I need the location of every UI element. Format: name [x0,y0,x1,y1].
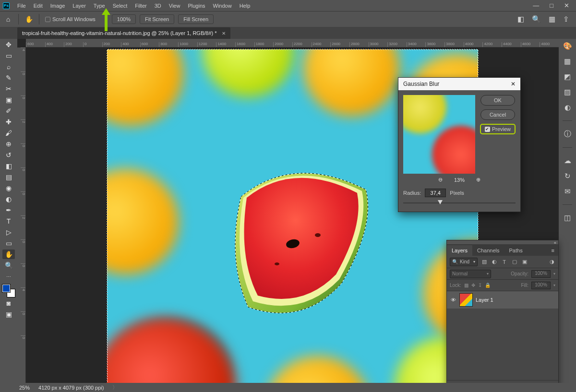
gaussian-blur-dialog[interactable]: Gaussian Blur ✕ OK Cancel ✔ Preview ⊖ 13… [398,77,521,212]
close-tab-icon[interactable]: ✕ [222,31,226,36]
brush-tool-icon[interactable]: 🖌 [2,128,15,138]
edit-toolbar-icon[interactable]: ⋯ [2,272,15,281]
menu-image[interactable]: Image [47,1,69,10]
menu-view[interactable]: View [165,1,184,10]
swatches-panel-icon[interactable]: ▦ [564,57,571,66]
layers-panel[interactable]: « Layers Channels Paths ≡ 🔍Kind ▧ ◐ T ▢ … [446,240,559,392]
layer-name[interactable]: Layer 1 [476,297,493,303]
quick-mask-icon[interactable]: ◙ [2,298,15,308]
frame-tool-icon[interactable]: ▣ [2,95,15,105]
status-more-icon[interactable]: 〉 [112,384,118,391]
hand-tool-icon-palette[interactable]: ✋ [2,249,15,259]
search-icon[interactable]: 🔍 [532,15,541,24]
layers-panel-icon[interactable]: ◫ [564,214,571,222]
screen-mode-icon[interactable]: ▣ [2,309,15,319]
workspace-icon[interactable]: ▦ [549,15,555,24]
dodge-tool-icon[interactable]: ◐ [2,194,15,204]
properties-panel-icon[interactable]: ⓘ [564,130,571,139]
filter-shape-icon[interactable]: ▢ [511,258,518,265]
path-select-tool-icon[interactable]: ▷ [2,227,15,237]
filter-toggle-icon[interactable]: ◑ [548,258,555,265]
history-panel-icon[interactable]: ↻ [564,172,571,180]
menu-file[interactable]: File [13,1,30,10]
zoom-out-icon[interactable]: ⊖ [438,177,443,183]
history-brush-tool-icon[interactable]: ↺ [2,150,15,160]
quick-select-tool-icon[interactable]: ✎ [2,73,15,83]
lock-artboard-icon[interactable]: ↧ [478,283,482,288]
status-dims[interactable]: 4120 px x 4079 px (300 ppi) [38,385,104,391]
type-tool-icon[interactable]: T [2,216,15,226]
radius-slider[interactable] [403,199,516,207]
pen-tool-icon[interactable]: ✒ [2,205,15,215]
libraries-panel-icon[interactable]: ☁ [564,156,571,165]
window-maximize-icon[interactable]: □ [550,2,553,9]
fill-field[interactable]: 100% [531,282,551,289]
cloud-docs-icon[interactable]: ◧ [517,15,524,24]
filter-adjust-icon[interactable]: ◐ [491,258,498,265]
window-minimize-icon[interactable]: — [533,2,539,9]
tab-paths[interactable]: Paths [504,245,528,256]
document-tab[interactable]: tropical-fruit-healthy-eating-vitamin-na… [17,27,230,39]
ruler-horizontal[interactable]: 6004002000200400600800100012001400160018… [26,39,559,48]
filter-smart-icon[interactable]: ▣ [521,258,528,265]
panel-menu-icon[interactable]: ≡ [548,245,558,256]
adjustments-panel-icon[interactable]: ◐ [564,103,571,112]
menu-window[interactable]: Window [209,1,236,10]
tab-channels[interactable]: Channels [472,245,504,256]
menu-edit[interactable]: Edit [30,1,47,10]
eraser-tool-icon[interactable]: ◧ [2,161,15,171]
zoom-in-icon[interactable]: ⊕ [476,177,480,183]
lock-position-icon[interactable]: ✥ [471,283,475,288]
ruler-vertical[interactable]: 4002000200400 [17,48,26,383]
blend-mode-select[interactable]: Normal [450,270,491,278]
window-close-icon[interactable]: ✕ [564,2,569,9]
hand-tool-icon[interactable]: ✋ [24,15,33,24]
menu-help[interactable]: Help [236,1,254,10]
menu-layer[interactable]: Layer [69,1,90,10]
layer-thumbnail[interactable] [459,293,473,307]
shape-tool-icon[interactable]: ▭ [2,238,15,248]
menu-select[interactable]: Select [109,1,132,10]
blur-tool-icon[interactable]: ◉ [2,183,15,193]
gradients-panel-icon[interactable]: ◩ [564,72,571,81]
menu-filter[interactable]: Filter [131,1,150,10]
home-icon[interactable]: ⌂ [4,15,12,24]
comments-panel-icon[interactable]: ✉ [564,187,571,196]
lasso-tool-icon[interactable]: ⌕ [2,62,15,71]
dialog-close-icon[interactable]: ✕ [511,81,516,87]
share-icon[interactable]: ⇪ [563,15,569,24]
healing-tool-icon[interactable]: ✚ [2,117,15,127]
crop-tool-icon[interactable]: ✂ [2,84,15,94]
cancel-button[interactable]: Cancel [480,109,515,120]
layer-row[interactable]: 👁 Layer 1 [447,291,558,309]
status-zoom[interactable]: 25% [19,385,30,391]
menu-type[interactable]: Type [90,1,109,10]
patterns-panel-icon[interactable]: ▨ [564,88,571,96]
zoom-level-field[interactable]: 100% [112,14,136,24]
dialog-preview[interactable] [403,95,475,174]
filter-type-icon[interactable]: T [501,258,508,265]
preview-checkbox[interactable]: ✔ Preview [480,124,516,134]
color-swatch[interactable] [2,285,15,297]
menu-3d[interactable]: 3D [151,1,165,10]
menu-plugins[interactable]: Plugins [184,1,209,10]
color-panel-icon[interactable]: 🎨 [563,42,572,50]
gradient-tool-icon[interactable]: ▤ [2,172,15,182]
fit-screen-button[interactable]: Fit Screen [140,14,174,24]
lock-all-icon[interactable]: 🔒 [485,283,491,288]
layer-filter-kind[interactable]: 🔍Kind [450,258,478,266]
visibility-icon[interactable]: 👁 [450,297,456,303]
eyedropper-tool-icon[interactable]: ✐ [2,106,15,116]
opacity-field[interactable]: 100% [531,270,551,278]
ok-button[interactable]: OK [480,95,515,106]
radius-input[interactable] [425,189,446,197]
filter-pixel-icon[interactable]: ▧ [480,258,488,265]
marquee-tool-icon[interactable]: ▭ [2,51,15,60]
lock-pixels-icon[interactable]: ▩ [464,283,468,288]
tab-layers[interactable]: Layers [447,245,472,256]
scroll-all-windows-checkbox[interactable]: Scroll All Windows [45,16,96,23]
fill-screen-button[interactable]: Fill Screen [178,14,214,24]
move-tool-icon[interactable]: ✥ [2,40,15,49]
zoom-tool-icon[interactable]: 🔍 [2,261,15,270]
panel-collapse-icon[interactable]: « [554,240,556,244]
